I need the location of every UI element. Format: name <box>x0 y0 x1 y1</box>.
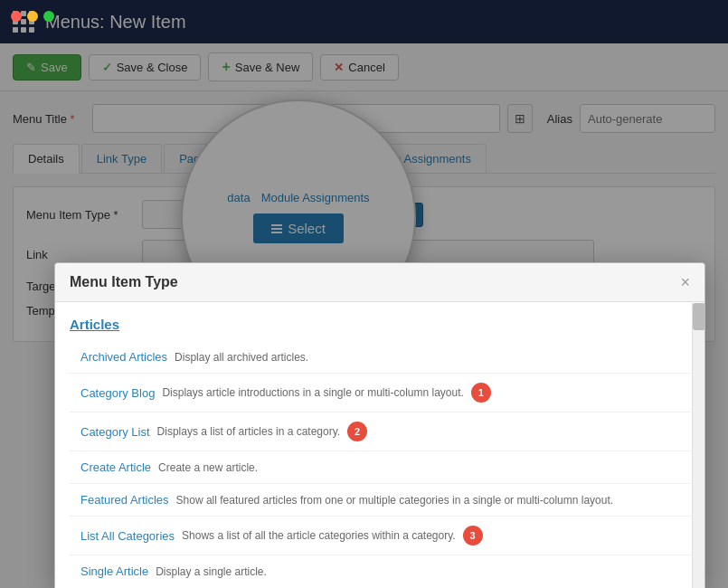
badge-3: 3 <box>463 526 483 545</box>
create-article-desc: Create a new article. <box>158 461 258 474</box>
list-item: Category List Displays a list of article… <box>70 413 690 451</box>
list-item: List All Categories Shows a list of all … <box>70 517 690 555</box>
category-blog-link[interactable]: Category Blog <box>80 386 155 400</box>
articles-section-title[interactable]: Articles <box>70 317 690 332</box>
list-item: Create Article Create a new article. <box>70 451 690 484</box>
close-button[interactable] <box>11 11 22 22</box>
single-article-desc: Display a single article. <box>156 565 267 578</box>
scrollbar-thumb[interactable] <box>693 303 705 330</box>
category-blog-desc: Displays article introductions in a sing… <box>162 386 463 399</box>
single-article-link[interactable]: Single Article <box>80 564 148 578</box>
list-item: Archived Articles Display all archived a… <box>70 341 690 374</box>
modal-close-button[interactable]: × <box>680 274 690 290</box>
modal-title: Menu Item Type <box>70 274 178 290</box>
modal-body: Articles Archived Articles Display all a… <box>55 302 704 588</box>
maximize-button[interactable] <box>43 11 54 22</box>
list-item: Featured Articles Show all featured arti… <box>70 484 690 517</box>
archived-articles-desc: Display all archived articles. <box>175 351 308 364</box>
menu-item-type-modal: Menu Item Type × Articles Archived Artic… <box>54 262 705 588</box>
list-item: Single Article Display a single article. <box>70 555 690 587</box>
modal-scrollbar[interactable] <box>692 303 704 588</box>
create-article-link[interactable]: Create Article <box>80 460 151 474</box>
list-all-categories-link[interactable]: List All Categories <box>80 529 175 543</box>
archived-articles-link[interactable]: Archived Articles <box>80 350 167 364</box>
list-all-categories-desc: Shows a list of all the article categori… <box>182 529 456 542</box>
badge-2: 2 <box>347 422 367 441</box>
modal-header: Menu Item Type × <box>55 263 704 302</box>
category-list-desc: Displays a list of articles in a categor… <box>157 425 341 438</box>
minimize-button[interactable] <box>27 11 38 22</box>
featured-articles-link[interactable]: Featured Articles <box>80 493 169 507</box>
featured-articles-desc: Show all featured articles from one or m… <box>176 494 614 507</box>
category-list-link[interactable]: Category List <box>80 425 150 439</box>
traffic-lights <box>11 11 54 22</box>
list-item: Category Blog Displays article introduct… <box>70 374 690 413</box>
badge-1: 1 <box>471 383 491 403</box>
